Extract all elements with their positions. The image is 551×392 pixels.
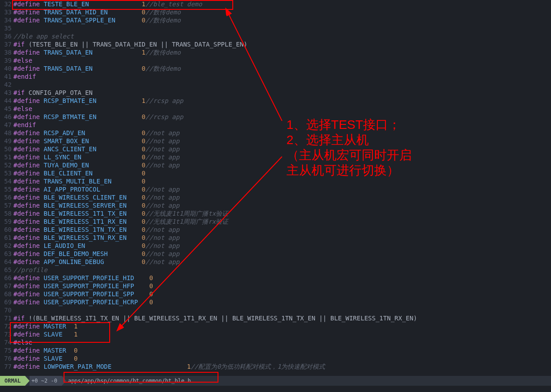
code-line[interactable]: 43#if CONFIG_APP_OTA_EN [0, 89, 551, 97]
code-line[interactable]: 34#define TRANS_DATA_SPPLE_EN 0//数传demo [0, 16, 551, 24]
code-content[interactable]: #define BLE_WIRELESS_1T1_RX_EN 0//无线麦1t1… [13, 217, 551, 226]
code-content[interactable]: #define MASTER 0 [13, 346, 551, 354]
code-line[interactable]: 45#else [0, 105, 551, 113]
code-content[interactable]: #define LL_SYNC_EN 0//not app [13, 153, 551, 161]
code-content[interactable]: #define MASTER 1 [13, 322, 551, 330]
code-line[interactable]: 37#if (TESTE_BLE_EN || TRANS_DATA_HID_EN… [0, 40, 551, 48]
code-content[interactable]: #define DEF_BLE_DEMO_MESH 0//not app [13, 250, 551, 258]
line-number: 57 [0, 201, 13, 209]
code-line[interactable]: 41#endif [0, 72, 551, 81]
code-content[interactable]: #define SLAVE 1 [13, 330, 551, 338]
code-content[interactable]: #define USER_SUPPORT_PROFILE_SPP 0 [13, 290, 551, 298]
code-content[interactable]: #define BLE_WIRELESS_1T1_TX_EN 0//无线麦1t1… [13, 209, 551, 217]
code-line[interactable]: 35 [0, 24, 551, 32]
code-line[interactable]: 75#define MASTER 0 [0, 346, 551, 354]
code-content[interactable]: #define TRANS_DATA_EN 0//数传demo [13, 64, 551, 72]
code-content[interactable]: #define BLE_WIRELESS_1TN_RX_EN 0//not ap… [13, 234, 551, 242]
code-content[interactable]: #define USER_SUPPORT_PROFILE_HID 0 [13, 274, 551, 282]
code-line[interactable]: 70 [0, 306, 551, 314]
code-content[interactable]: #endif [13, 121, 551, 129]
code-line[interactable]: 44#define RCSP_BTMATE_EN 1//rcsp app [0, 97, 551, 105]
code-line[interactable]: 65//profile [0, 266, 551, 274]
code-content[interactable]: #else [13, 105, 551, 113]
code-line[interactable]: 64#define APP_ONLINE_DEBUG 0//not app [0, 258, 551, 266]
code-content[interactable]: #define USER_SUPPORT_PROFILE_HCRP 0 [13, 298, 551, 306]
code-line[interactable]: 60#define BLE_WIRELESS_1TN_TX_EN 0//not … [0, 226, 551, 234]
code-content[interactable]: #define TUYA_DEMO_EN 0//not app [13, 161, 551, 169]
code-content[interactable]: #if (TESTE_BLE_EN || TRANS_DATA_HID_EN |… [13, 40, 551, 48]
code-line[interactable]: 40#define TRANS_DATA_EN 0//数传demo [0, 64, 551, 72]
code-content[interactable] [13, 81, 551, 89]
code-line[interactable]: 49#define SMART_BOX_EN 0//not app [0, 137, 551, 145]
code-content[interactable]: #define SMART_BOX_EN 0//not app [13, 137, 551, 145]
code-line[interactable]: 53#define BLE_CLIENT_EN 0 [0, 169, 551, 177]
code-line[interactable]: 73#define SLAVE 1 [0, 330, 551, 338]
code-line[interactable]: 55#define AI_APP_PROTOCOL 0//not app [0, 185, 551, 193]
code-line[interactable]: 62#define LE_AUDIO_EN 0//not app [0, 242, 551, 250]
code-content[interactable]: #define LOWPOWER_PAIR_MODE 1//配置为0为低功耗配对… [13, 362, 551, 371]
code-content[interactable]: #else [13, 338, 551, 346]
code-line[interactable]: 52#define TUYA_DEMO_EN 0//not app [0, 161, 551, 169]
code-content[interactable]: #define TRANS_DATA_HID_EN 0//数传demo [13, 8, 551, 16]
code-line[interactable]: 63#define DEF_BLE_DEMO_MESH 0//not app [0, 250, 551, 258]
code-content[interactable]: #define BLE_WIRELESS_1TN_TX_EN 0//not ap… [13, 226, 551, 234]
code-line[interactable]: 51#define LL_SYNC_EN 0//not app [0, 153, 551, 161]
code-line[interactable]: 46#define RCSP_BTMATE_EN 0//rcsp app [0, 113, 551, 121]
code-line[interactable]: 56#define BLE_WIRELESS_CLIENT_EN 0//not … [0, 193, 551, 201]
code-content[interactable]: #if CONFIG_APP_OTA_EN [13, 89, 551, 97]
code-content[interactable]: #if !(BLE_WIRELESS_1T1_TX_EN || BLE_WIRE… [13, 314, 551, 322]
code-line[interactable]: 76#define SLAVE 0 [0, 354, 551, 362]
code-content[interactable]: #define LE_AUDIO_EN 0//not app [13, 242, 551, 250]
code-content[interactable]: #define AI_APP_PROTOCOL 0//not app [13, 185, 551, 193]
code-content[interactable]: //profile [13, 266, 551, 274]
code-content[interactable] [13, 24, 551, 32]
line-number: 60 [0, 226, 13, 234]
code-line[interactable]: 69#define USER_SUPPORT_PROFILE_HCRP 0 [0, 298, 551, 306]
code-content[interactable]: #define RCSP_BTMATE_EN 1//rcsp app [13, 97, 551, 105]
line-number: 77 [0, 362, 13, 371]
code-content[interactable]: #define RCSP_ADV_EN 0//not app [13, 129, 551, 137]
code-line[interactable]: 54#define TRANS_MULTI_BLE_EN 0 [0, 177, 551, 185]
code-line[interactable]: 36//ble app select [0, 32, 551, 40]
code-line[interactable]: 32#define TESTE_BLE_EN 1//ble_test demo [0, 0, 551, 8]
code-editor[interactable]: 32#define TESTE_BLE_EN 1//ble_test demo3… [0, 0, 551, 392]
code-line[interactable]: 77#define LOWPOWER_PAIR_MODE 1//配置为0为低功耗… [0, 362, 551, 371]
code-line[interactable]: 38#define TRANS_DATA_EN 1//数传demo [0, 48, 551, 56]
code-content[interactable]: #define BLE_CLIENT_EN 0 [13, 169, 551, 177]
code-line[interactable]: 61#define BLE_WIRELESS_1TN_RX_EN 0//not … [0, 234, 551, 242]
code-content[interactable]: #define TRANS_MULTI_BLE_EN 0 [13, 177, 551, 185]
code-line[interactable]: 50#define ANCS_CLIENT_EN 0//not app [0, 145, 551, 153]
code-content[interactable]: #define TRANS_DATA_SPPLE_EN 0//数传demo [13, 16, 551, 24]
code-content[interactable]: #else [13, 56, 551, 64]
code-content[interactable]: #define TRANS_DATA_EN 1//数传demo [13, 48, 551, 56]
code-content[interactable]: #define ANCS_CLIENT_EN 0//not app [13, 145, 551, 153]
code-area[interactable]: 32#define TESTE_BLE_EN 1//ble_test demo3… [0, 0, 551, 376]
code-line[interactable]: 39#else [0, 56, 551, 64]
code-line[interactable]: 66#define USER_SUPPORT_PROFILE_HID 0 [0, 274, 551, 282]
code-content[interactable]: #define RCSP_BTMATE_EN 0//rcsp app [13, 113, 551, 121]
code-content[interactable]: #define BLE_WIRELESS_CLIENT_EN 0//not ap… [13, 193, 551, 201]
line-number: 69 [0, 298, 13, 306]
line-number: 36 [0, 32, 13, 40]
code-line[interactable]: 68#define USER_SUPPORT_PROFILE_SPP 0 [0, 290, 551, 298]
code-content[interactable]: #define TESTE_BLE_EN 1//ble_test demo [13, 0, 551, 8]
code-line[interactable]: 67#define USER_SUPPORT_PROFILE_HFP 0 [0, 282, 551, 290]
code-line[interactable]: 33#define TRANS_DATA_HID_EN 0//数传demo [0, 8, 551, 16]
code-content[interactable]: #define BLE_WIRELESS_SERVER_EN 0//not ap… [13, 201, 551, 209]
code-line[interactable]: 72#define MASTER 1 [0, 322, 551, 330]
code-content[interactable] [13, 306, 551, 314]
code-line[interactable]: 48#define RCSP_ADV_EN 0//not app [0, 129, 551, 137]
code-line[interactable]: 59#define BLE_WIRELESS_1T1_RX_EN 0//无线麦1… [0, 217, 551, 226]
code-content[interactable]: #define APP_ONLINE_DEBUG 0//not app [13, 258, 551, 266]
code-content[interactable]: //ble app select [13, 32, 551, 40]
code-content[interactable]: #define SLAVE 0 [13, 354, 551, 362]
code-line[interactable]: 58#define BLE_WIRELESS_1T1_TX_EN 0//无线麦1… [0, 209, 551, 217]
code-line[interactable]: 47#endif [0, 121, 551, 129]
code-content[interactable]: #endif [13, 72, 551, 81]
code-line[interactable]: 71#if !(BLE_WIRELESS_1T1_TX_EN || BLE_WI… [0, 314, 551, 322]
code-line[interactable]: 74#else [0, 338, 551, 346]
code-line[interactable]: 42 [0, 81, 551, 89]
code-line[interactable]: 57#define BLE_WIRELESS_SERVER_EN 0//not … [0, 201, 551, 209]
code-content[interactable]: #define USER_SUPPORT_PROFILE_HFP 0 [13, 282, 551, 290]
line-number: 68 [0, 290, 13, 298]
